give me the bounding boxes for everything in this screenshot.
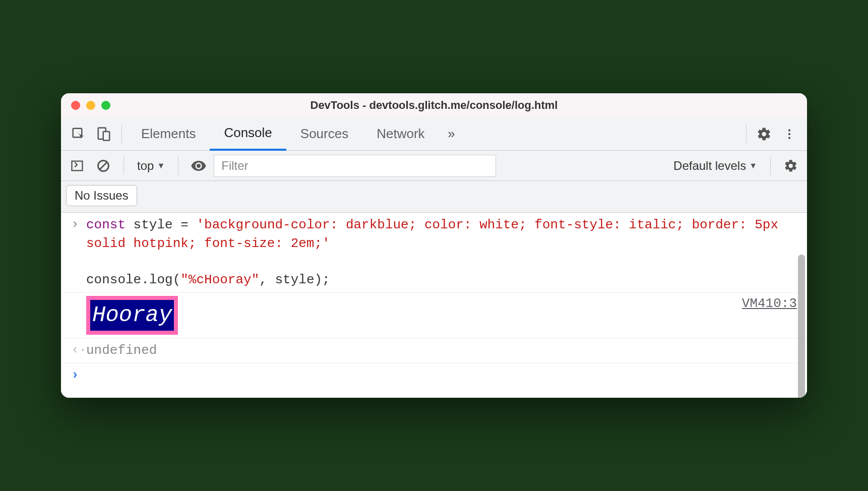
- device-toolbar-icon[interactable]: [91, 121, 116, 147]
- source-link[interactable]: VM410:3: [732, 296, 797, 311]
- titlebar: DevTools - devtools.glitch.me/console/lo…: [61, 93, 807, 117]
- scrollbar-thumb[interactable]: [798, 255, 805, 398]
- clear-console-icon[interactable]: [92, 155, 114, 177]
- divider: [746, 125, 747, 143]
- toggle-console-sidebar-icon[interactable]: [66, 155, 88, 177]
- minimize-window-button[interactable]: [86, 101, 95, 110]
- divider: [123, 157, 124, 175]
- tab-elements[interactable]: Elements: [127, 117, 210, 151]
- code-text: style =: [126, 217, 196, 232]
- code-string: "%cHooray": [180, 272, 259, 287]
- issues-bar: No Issues: [61, 181, 807, 213]
- close-window-button[interactable]: [71, 101, 80, 110]
- code-text: , style);: [259, 272, 330, 287]
- svg-rect-2: [103, 132, 110, 141]
- levels-label: Default levels: [673, 159, 746, 173]
- main-tabbar: Elements Console Sources Network »: [61, 117, 807, 151]
- prompt-chevron-icon: ›: [71, 366, 86, 383]
- styled-log-output: Hooray: [86, 296, 178, 335]
- console-settings-icon[interactable]: [780, 155, 802, 177]
- live-expression-icon[interactable]: [188, 155, 210, 177]
- svg-rect-6: [72, 161, 83, 170]
- console-output-row: Hooray VM410:3: [61, 293, 807, 339]
- maximize-window-button[interactable]: [101, 101, 110, 110]
- gutter: [71, 296, 86, 297]
- svg-line-8: [100, 162, 107, 169]
- window-controls: [71, 101, 110, 110]
- more-tabs-icon[interactable]: »: [439, 121, 464, 147]
- divider: [770, 157, 771, 175]
- execution-context-selector[interactable]: top: [133, 159, 169, 173]
- log-levels-selector[interactable]: Default levels: [669, 159, 761, 173]
- console-input-row: › const style = 'background-color: darkb…: [61, 213, 807, 293]
- code-keyword: const: [86, 217, 126, 232]
- console-toolbar: top Default levels: [61, 151, 807, 181]
- tab-console[interactable]: Console: [210, 117, 286, 151]
- console-prompt-row[interactable]: ›: [61, 363, 807, 398]
- issues-button[interactable]: No Issues: [66, 185, 137, 206]
- scrollbar[interactable]: [798, 255, 805, 388]
- window-title: DevTools - devtools.glitch.me/console/lo…: [61, 99, 807, 112]
- svg-point-4: [788, 133, 790, 135]
- svg-point-3: [788, 129, 790, 131]
- code-text: console.log(: [86, 272, 180, 287]
- tab-network[interactable]: Network: [362, 117, 439, 151]
- return-arrow-icon: ‹·: [71, 341, 86, 357]
- input-code: const style = 'background-color: darkblu…: [86, 216, 797, 289]
- output-content: Hooray: [86, 296, 732, 335]
- context-label: top: [137, 159, 154, 173]
- console-output: › const style = 'background-color: darkb…: [61, 213, 807, 398]
- input-chevron-icon: ›: [71, 216, 86, 232]
- console-return-row: ‹· undefined: [61, 338, 807, 363]
- kebab-menu-icon[interactable]: [777, 121, 802, 147]
- settings-icon[interactable]: [752, 121, 777, 147]
- svg-point-5: [788, 137, 790, 139]
- devtools-window: DevTools - devtools.glitch.me/console/lo…: [61, 93, 807, 398]
- tab-sources[interactable]: Sources: [286, 117, 362, 151]
- inspect-element-icon[interactable]: [66, 121, 91, 147]
- divider: [178, 157, 178, 175]
- return-value: undefined: [86, 341, 797, 359]
- divider: [121, 125, 122, 143]
- filter-input[interactable]: [214, 155, 496, 177]
